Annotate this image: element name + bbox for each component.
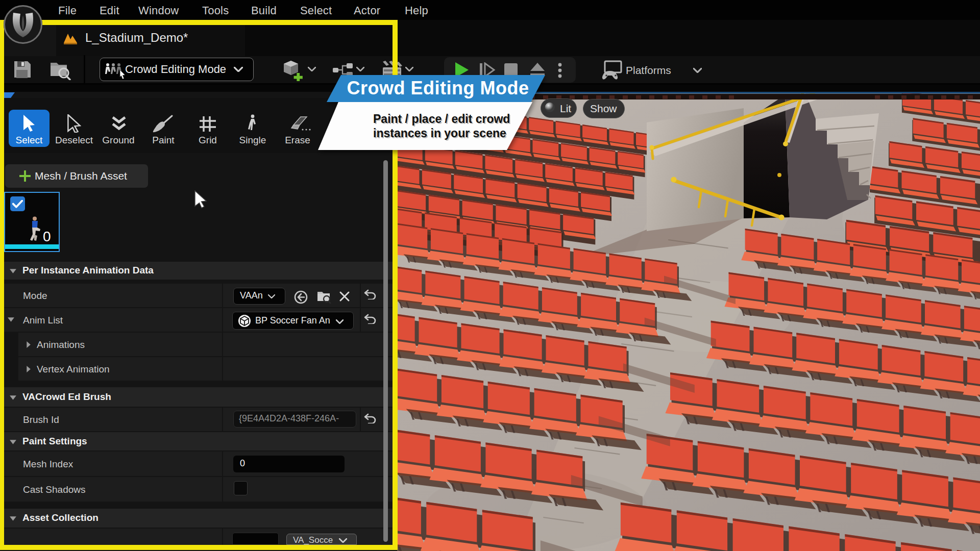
svg-text:Paint / place / edit crowd: Paint / place / edit crowd — [373, 112, 510, 126]
svg-text:Crowd Editing Mode: Crowd Editing Mode — [347, 78, 529, 98]
svg-text:instances in your scene: instances in your scene — [373, 127, 506, 140]
